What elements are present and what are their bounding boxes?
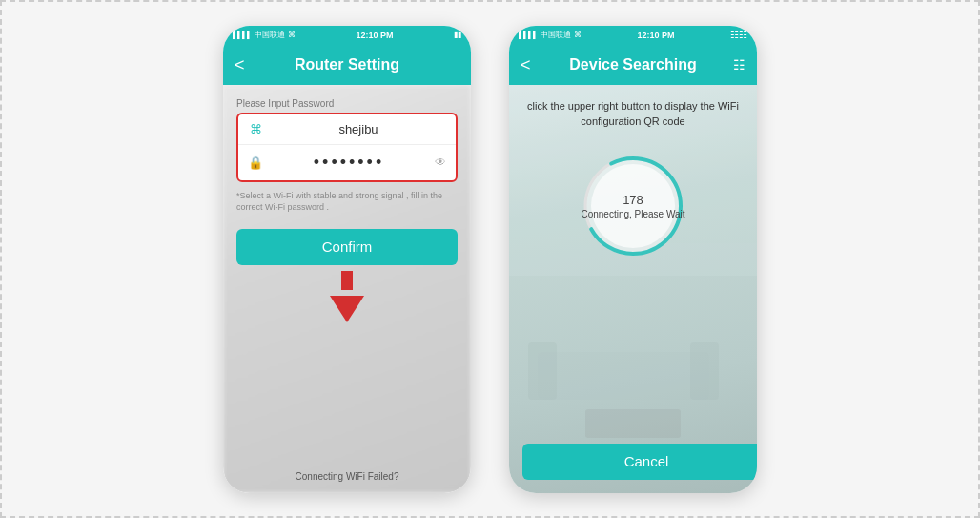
- device-searching-inner: click the upper right button to display …: [509, 85, 757, 493]
- cancel-button[interactable]: Cancel: [522, 444, 757, 480]
- cancel-button-label: Cancel: [624, 453, 669, 469]
- phone2-time: 12:10 PM: [637, 31, 674, 40]
- wifi-icon: ⌘: [248, 122, 263, 136]
- progress-circle-container: 178 Connecting, Please Wait: [576, 149, 690, 263]
- phone2-status-right: ☷☷: [730, 30, 747, 40]
- phone1-content: Please Input Password ⌘ shejibu 🔒 ••••••…: [223, 85, 471, 493]
- phone2-status-left: ▌▌▌▌ 中国联通 ⌘: [519, 30, 582, 40]
- connecting-wifi-failed-link[interactable]: Connecting WiFi Failed?: [223, 471, 471, 482]
- phone1-header-title: Router Setting: [295, 56, 399, 73]
- phone1-inner: Please Input Password ⌘ shejibu 🔒 ••••••…: [223, 85, 471, 493]
- phone1-status-right: ▮▮: [454, 31, 461, 39]
- phone1-status-bar: ▌▌▌▌ 中国联通 ⌘ 12:10 PM ▮▮: [223, 26, 471, 45]
- phone2-qr-icon: ☷☷: [730, 30, 747, 40]
- password-row: 🔒 •••••••• 👁: [238, 145, 456, 180]
- phone2-header-title: Device Searching: [569, 56, 696, 73]
- lock-icon: 🔒: [248, 155, 263, 170]
- arrow-area: [236, 273, 458, 321]
- password-value[interactable]: ••••••••: [271, 153, 427, 173]
- circle-inner-text: 178 Connecting, Please Wait: [581, 193, 684, 219]
- phone1-battery-icon: ▮▮: [454, 31, 461, 39]
- phone2-wifi-icon: ⌘: [574, 31, 582, 39]
- phone2-qr-button[interactable]: ☷: [733, 57, 745, 73]
- qr-hint-text: click the upper right button to display …: [522, 98, 744, 130]
- phone2-status-bar: ▌▌▌▌ 中国联通 ⌘ 12:10 PM ☷☷: [509, 26, 757, 45]
- phone1-carrier: 中国联通: [255, 30, 285, 40]
- password-label: Please Input Password: [236, 98, 458, 109]
- phone2-app-header: < Device Searching ☷: [509, 45, 757, 85]
- wifi-hint-text: *Select a Wi-Fi with stable and strong s…: [236, 190, 458, 214]
- phone2-signal-icon: ▌▌▌▌: [519, 31, 538, 38]
- phone1-signal-icon: ▌▌▌▌: [233, 31, 252, 38]
- phone2-carrier: 中国联通: [541, 30, 571, 40]
- arrow-head: [330, 296, 364, 322]
- arrow-shaft: [341, 271, 353, 290]
- main-container: ▌▌▌▌ 中国联通 ⌘ 12:10 PM ▮▮ < Router Setting…: [204, 7, 776, 512]
- phone1: ▌▌▌▌ 中国联通 ⌘ 12:10 PM ▮▮ < Router Setting…: [223, 26, 471, 493]
- phone1-app-header: < Router Setting: [223, 45, 471, 85]
- phone1-status-left: ▌▌▌▌ 中国联通 ⌘: [233, 30, 296, 40]
- ssid-value[interactable]: shejibu: [271, 122, 446, 136]
- confirm-button-label: Confirm: [322, 238, 373, 255]
- phone2-back-button[interactable]: <: [521, 56, 531, 73]
- eye-icon[interactable]: 👁: [435, 155, 446, 169]
- phone1-back-button[interactable]: <: [235, 56, 245, 73]
- red-arrow-container: [330, 271, 364, 322]
- progress-percent: 178: [581, 193, 684, 207]
- ssid-row: ⌘ shejibu: [238, 114, 456, 145]
- confirm-button[interactable]: Confirm: [236, 229, 458, 265]
- phone1-time: 12:10 PM: [356, 31, 393, 40]
- phone2: ▌▌▌▌ 中国联通 ⌘ 12:10 PM ☷☷ < Device Searchi…: [509, 26, 757, 493]
- phone1-wifi-icon: ⌘: [288, 31, 296, 39]
- credential-input-box: ⌘ shejibu 🔒 •••••••• 👁: [236, 113, 458, 182]
- connecting-status-text: Connecting, Please Wait: [581, 209, 684, 219]
- phone2-content: click the upper right button to display …: [509, 85, 757, 493]
